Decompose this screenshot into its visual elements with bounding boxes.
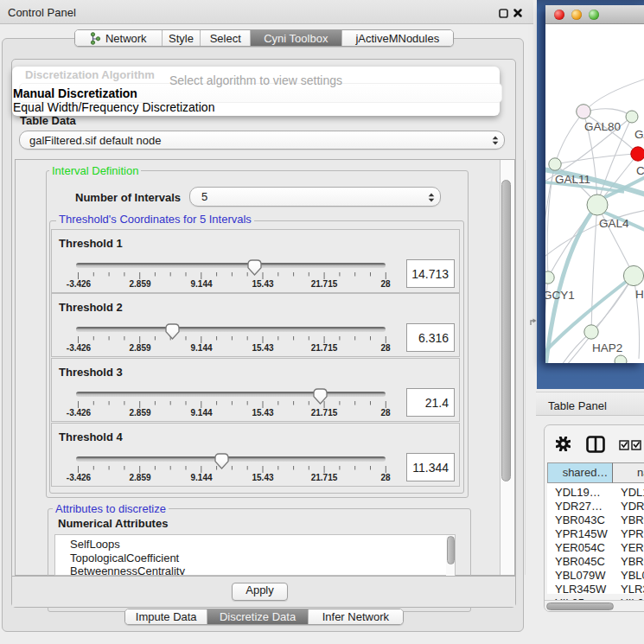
svg-text:GAL4: GAL4: [599, 217, 629, 230]
svg-text:GAL80: GAL80: [584, 120, 621, 133]
svg-text:H: H: [635, 288, 644, 301]
svg-text:GA: GA: [634, 128, 644, 141]
svg-text:C: C: [636, 164, 644, 177]
svg-text:GCY1: GCY1: [545, 289, 575, 302]
svg-text:HAP2: HAP2: [592, 341, 622, 354]
svg-text:GAL11: GAL11: [555, 173, 590, 186]
